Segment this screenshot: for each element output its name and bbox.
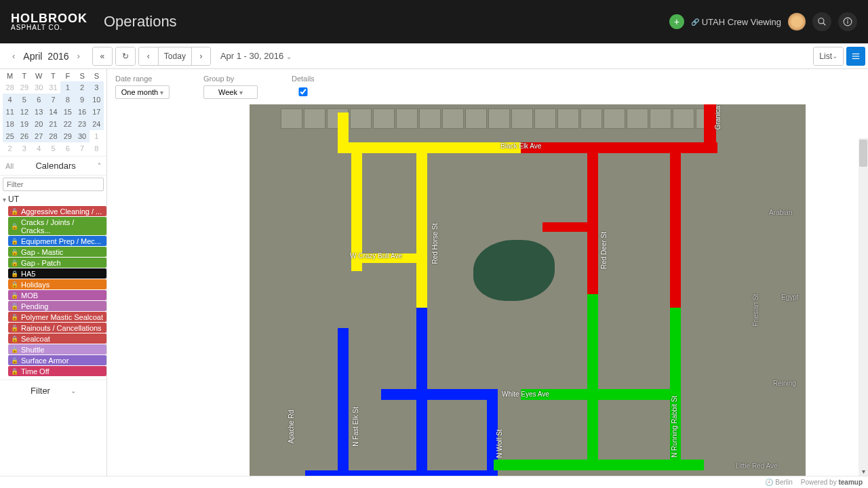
info-icon[interactable] — [838, 12, 857, 31]
calendar-item[interactable]: 🔒Holidays — [8, 279, 106, 289]
today-button[interactable]: Today — [158, 47, 191, 65]
year-label[interactable]: 2016 — [47, 51, 68, 62]
calendar-day[interactable]: 3 — [90, 81, 104, 94]
calendars-title: Calendars — [14, 161, 98, 171]
calendar-day[interactable]: 24 — [90, 118, 104, 130]
prev-button[interactable]: ‹ — [139, 47, 158, 65]
calendar-item[interactable]: 🔒Sealcoat — [8, 333, 106, 344]
menu-button[interactable] — [846, 47, 865, 66]
calendar-day[interactable]: 15 — [60, 106, 75, 118]
map-image[interactable]: Black Elk Ave W Crazy Bull Ave Red Horse… — [250, 104, 868, 476]
calendar-day[interactable]: 21 — [46, 118, 60, 130]
refresh-button[interactable]: ↻ — [116, 47, 135, 65]
calendar-day[interactable]: 5 — [17, 94, 31, 106]
calendar-day[interactable]: 2 — [75, 81, 89, 94]
date-range-picker[interactable]: Apr 1 - 30, 2016 ⌄ — [214, 51, 298, 61]
calendar-day[interactable]: 30 — [75, 130, 89, 142]
scroll-down-icon[interactable]: ▾ — [859, 466, 868, 476]
logo-text-top: HOLBROOK — [11, 12, 87, 24]
calendar-item[interactable]: 🔒MOB — [8, 290, 106, 300]
calendar-day[interactable]: 8 — [90, 142, 104, 155]
calendar-item[interactable]: 🔒Rainouts / Cancellations — [8, 323, 106, 333]
calendar-item[interactable]: 🔒Equipment Prep / Mec... — [8, 236, 106, 246]
calendar-day[interactable]: 1 — [60, 81, 75, 94]
calendar-day[interactable]: 2 — [3, 142, 17, 155]
calendar-item[interactable]: 🔒Gap - Mastic — [8, 247, 106, 257]
calendar-day[interactable]: 4 — [32, 142, 46, 155]
calendar-day[interactable]: 29 — [60, 130, 75, 142]
calendar-day[interactable]: 14 — [46, 106, 60, 118]
lock-icon: 🔒 — [11, 325, 18, 331]
details-checkbox[interactable] — [292, 87, 315, 96]
calendars-header[interactable]: All Calendars ˄ — [0, 156, 106, 176]
filter-section[interactable]: Filter ⌄ — [0, 380, 106, 401]
all-link[interactable]: All — [5, 162, 14, 170]
calendar-root[interactable]: ▾ UT — [3, 193, 106, 205]
calendar-day[interactable]: 7 — [75, 142, 89, 155]
calendar-item-label: Gap - Patch — [21, 259, 61, 267]
dow-header: S — [90, 70, 104, 81]
calendar-day[interactable]: 26 — [17, 130, 31, 142]
chevron-up-icon[interactable]: ˄ — [98, 162, 101, 169]
logo: HOLBROOK ASPHALT CO. — [11, 12, 87, 31]
calendar-day[interactable]: 10 — [90, 94, 104, 106]
list-view-button[interactable]: List ⌄ — [814, 47, 843, 65]
group-by-select[interactable]: Week ▾ — [203, 85, 258, 99]
calendar-day[interactable]: 8 — [60, 94, 75, 106]
month-label[interactable]: April — [23, 51, 42, 62]
next-month-icon[interactable]: › — [75, 48, 83, 64]
calendar-day[interactable]: 20 — [32, 118, 46, 130]
street-label: White Eyes Ave — [502, 390, 549, 398]
calendar-item[interactable]: 🔒Pending — [8, 301, 106, 311]
filter-input[interactable] — [3, 178, 104, 191]
next-button[interactable]: › — [191, 47, 210, 65]
calendar-day[interactable]: 1 — [90, 130, 104, 142]
calendar-day[interactable]: 6 — [60, 142, 75, 155]
user-link[interactable]: 🔗 UTAH Crew Viewing — [691, 17, 781, 27]
calendar-day[interactable]: 31 — [46, 81, 60, 94]
calendar-item[interactable]: 🔒Gap - Patch — [8, 258, 106, 268]
calendar-item[interactable]: 🔒Time Off — [8, 366, 106, 376]
calendar-day[interactable]: 4 — [3, 94, 17, 106]
calendar-day[interactable]: 19 — [17, 118, 31, 130]
root-label: UT — [8, 195, 19, 204]
street-label: Little Red Ave — [736, 462, 778, 470]
back-button[interactable]: « — [93, 47, 112, 65]
calendar-day[interactable]: 7 — [46, 94, 60, 106]
date-range-select[interactable]: One month ▾ — [115, 85, 170, 99]
calendar-day[interactable]: 22 — [60, 118, 75, 130]
calendar-day[interactable]: 12 — [17, 106, 31, 118]
calendar-day[interactable]: 29 — [17, 81, 31, 94]
svg-line-1 — [823, 23, 826, 26]
prev-month-icon[interactable]: ‹ — [9, 48, 18, 64]
calendar-day[interactable]: 28 — [46, 130, 60, 142]
add-button[interactable]: + — [669, 14, 684, 29]
scroll-thumb[interactable] — [859, 140, 867, 167]
calendar-day[interactable]: 6 — [32, 94, 46, 106]
calendar-day[interactable]: 11 — [3, 106, 17, 118]
calendar-day[interactable]: 18 — [3, 118, 17, 130]
calendar-item[interactable]: 🔒Cracks / Joints / Cracks... — [8, 217, 106, 235]
vertical-scrollbar[interactable]: ▴ ▾ — [859, 138, 868, 476]
calendar-day[interactable]: 27 — [32, 130, 46, 142]
calendar-day[interactable]: 3 — [17, 142, 31, 155]
calendar-day[interactable]: 28 — [3, 81, 17, 94]
calendar-item[interactable]: 🔒Surface Armor — [8, 355, 106, 365]
calendar-item[interactable]: 🔒HA5 — [8, 268, 106, 279]
calendar-day[interactable]: 16 — [75, 106, 89, 118]
calendar-day[interactable]: 13 — [32, 106, 46, 118]
calendar-item[interactable]: 🔒Polymer Mastic Sealcoat — [8, 312, 106, 322]
calendar-day[interactable]: 25 — [3, 130, 17, 142]
avatar[interactable] — [788, 13, 806, 30]
calendar-day[interactable]: 5 — [46, 142, 60, 155]
calendar-item-label: Sealcoat — [21, 335, 50, 343]
calendar-filter — [0, 176, 106, 193]
search-icon[interactable] — [812, 12, 831, 31]
calendar-day[interactable]: 17 — [90, 106, 104, 118]
lock-icon: 🔒 — [11, 357, 18, 364]
calendar-day[interactable]: 30 — [32, 81, 46, 94]
calendar-day[interactable]: 23 — [75, 118, 89, 130]
calendar-day[interactable]: 9 — [75, 94, 89, 106]
calendar-item[interactable]: 🔒Shuttle — [8, 344, 106, 354]
calendar-item[interactable]: 🔒Aggressive Cleaning / ... — [8, 206, 106, 216]
